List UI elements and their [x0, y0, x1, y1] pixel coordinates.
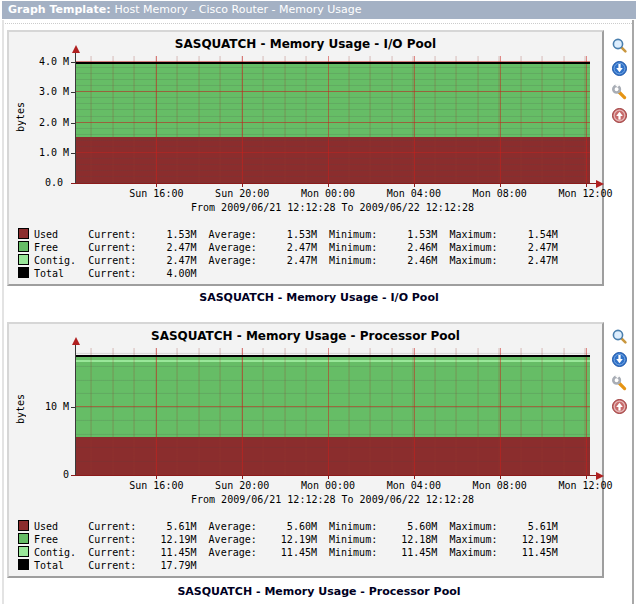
graph-utilities-glyph	[611, 398, 628, 415]
x-tick-label: Mon 00:00	[292, 188, 364, 199]
period-label: From 2009/06/21 12:12:28 To 2009/06/22 1…	[75, 494, 590, 505]
graph-template-header: Graph Template:Host Memory - Cisco Route…	[2, 1, 636, 19]
legend-row: Total Current: 17.79M	[18, 558, 197, 571]
graph-source-icon[interactable]	[611, 375, 628, 392]
legend-text: Free Current: 2.47M Average: 2.47M Minim…	[34, 242, 558, 253]
graph-source-glyph	[611, 375, 628, 392]
graph-panel-processor-pool: SASQUATCH - Memory Usage - Processor Poo…	[7, 322, 604, 578]
x-tick-label: Sun 20:00	[206, 188, 278, 199]
grid-major-vertical	[414, 348, 415, 475]
y-tick-label: 2.0 M	[17, 117, 69, 128]
graph-utilities-glyph	[611, 107, 628, 124]
y-axis-arrow	[72, 45, 80, 53]
x-tick-label: Mon 04:00	[378, 480, 450, 491]
grid-major-horizontal	[75, 152, 590, 153]
y-tick-label: 10 M	[17, 401, 69, 412]
y-tick-label: 1.0 M	[17, 147, 69, 158]
grid-major-horizontal	[75, 406, 590, 407]
y-tick-label: 0.0	[17, 177, 69, 188]
page-right-edge	[632, 20, 634, 604]
csv-export-glyph	[611, 60, 628, 77]
legend-swatch	[18, 241, 29, 252]
y-tick-label: 3.0 M	[17, 86, 69, 97]
legend-text: Used Current: 5.61M Average: 5.60M Minim…	[34, 521, 558, 532]
y-tick-label: 0	[17, 469, 69, 480]
header-value: Host Memory - Cisco Router - Memory Usag…	[115, 3, 362, 16]
grid-major-vertical	[242, 56, 243, 183]
legend-swatch	[18, 546, 29, 557]
legend-text: Contig. Current: 2.47M Average: 2.47M Mi…	[34, 255, 558, 266]
legend-text: Total Current: 4.00M	[34, 268, 197, 279]
x-axis-arrow	[596, 472, 604, 480]
legend-row: Contig. Current: 2.47M Average: 2.47M Mi…	[18, 253, 558, 266]
legend-row: Used Current: 5.61M Average: 5.60M Minim…	[18, 519, 558, 532]
graph-image-processor-pool[interactable]: bytesSun 16:00Sun 20:00Mon 00:00Mon 04:0…	[9, 324, 602, 576]
legend-row: Free Current: 2.47M Average: 2.47M Minim…	[18, 240, 558, 253]
legend-row: Used Current: 1.53M Average: 1.53M Minim…	[18, 227, 558, 240]
legend-swatch	[18, 520, 29, 531]
grid-major-vertical	[156, 348, 157, 475]
grid-major-vertical	[586, 56, 587, 183]
x-axis-line	[71, 183, 596, 184]
grid-major-vertical	[414, 56, 415, 183]
grid-major-vertical	[242, 348, 243, 475]
x-tick-label: Mon 00:00	[292, 480, 364, 491]
csv-export-icon[interactable]	[611, 60, 628, 77]
graph-utilities-icon[interactable]	[611, 398, 628, 415]
y-axis-line	[75, 53, 76, 183]
x-tick-label: Mon 08:00	[464, 188, 536, 199]
zoom-graph-icon[interactable]	[611, 328, 628, 345]
zoom-graph-glyph	[611, 37, 628, 54]
legend-swatch	[18, 228, 29, 239]
series-line-total	[75, 62, 590, 64]
header-separator	[2, 20, 634, 24]
graph-source-icon[interactable]	[611, 84, 628, 101]
x-tick-label: Sun 16:00	[120, 188, 192, 199]
x-tick-label: Mon 04:00	[378, 188, 450, 199]
plot-area	[75, 56, 590, 183]
grid-major-horizontal	[75, 122, 590, 123]
series-line-total	[75, 355, 590, 357]
legend-text: Used Current: 1.53M Average: 1.53M Minim…	[34, 229, 558, 240]
grid-major-vertical	[156, 56, 157, 183]
legend-swatch	[18, 254, 29, 265]
x-tick-label: Sun 20:00	[206, 480, 278, 491]
legend-text: Contig. Current: 11.45M Average: 11.45M …	[34, 547, 558, 558]
x-axis-arrow	[596, 180, 604, 188]
x-tick-label: Mon 12:00	[550, 188, 622, 199]
plot-area	[75, 348, 590, 475]
graph-panel-io-pool: SASQUATCH - Memory Usage - I/O Pool byte…	[7, 30, 604, 286]
graph-utilities-icon[interactable]	[611, 107, 628, 124]
legend-row: Free Current: 12.19M Average: 12.19M Min…	[18, 532, 558, 545]
y-axis-arrow	[72, 337, 80, 345]
grid-major-vertical	[328, 348, 329, 475]
legend-swatch	[18, 533, 29, 544]
grid-minor	[75, 348, 590, 475]
graph-caption-io-pool: SASQUATCH - Memory Usage - I/O Pool	[0, 291, 638, 304]
grid-major-vertical	[328, 56, 329, 183]
period-label: From 2009/06/21 12:12:28 To 2009/06/22 1…	[75, 202, 590, 213]
csv-export-icon[interactable]	[611, 351, 628, 368]
y-axis-line	[75, 345, 76, 475]
header-label: Graph Template:	[8, 3, 111, 16]
legend-swatch	[18, 267, 29, 278]
x-tick-label: Mon 08:00	[464, 480, 536, 491]
graph-caption-processor-pool: SASQUATCH - Memory Usage - Processor Poo…	[0, 585, 638, 598]
graph-image-io-pool[interactable]: bytesSun 16:00Sun 20:00Mon 00:00Mon 04:0…	[9, 32, 602, 284]
legend-swatch	[18, 559, 29, 570]
legend-row: Total Current: 4.00M	[18, 266, 197, 279]
grid-major-vertical	[500, 348, 501, 475]
page-left-edge	[2, 20, 4, 604]
csv-export-glyph	[611, 351, 628, 368]
zoom-graph-glyph	[611, 328, 628, 345]
legend-text: Total Current: 17.79M	[34, 560, 197, 571]
legend-row: Contig. Current: 11.45M Average: 11.45M …	[18, 545, 558, 558]
y-tick-label: 4.0 M	[17, 56, 69, 67]
grid-major-horizontal	[75, 91, 590, 92]
zoom-graph-icon[interactable]	[611, 37, 628, 54]
grid-minor	[75, 56, 590, 183]
x-tick-label: Sun 16:00	[120, 480, 192, 491]
x-tick-label: Mon 12:00	[550, 480, 622, 491]
x-axis-line	[71, 475, 596, 476]
grid-major-vertical	[586, 348, 587, 475]
